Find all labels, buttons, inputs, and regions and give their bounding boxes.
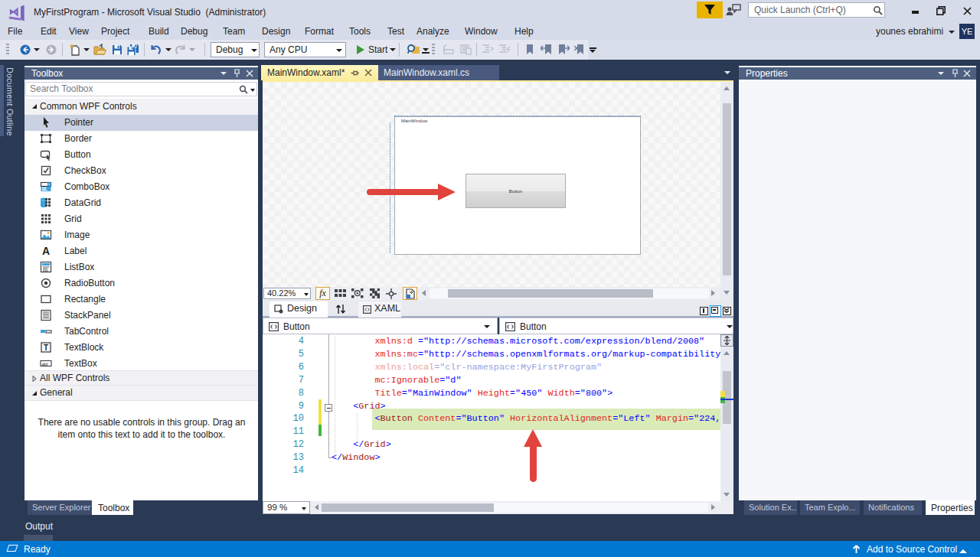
svg-text:A: A	[42, 245, 50, 257]
svg-text:abl: abl	[42, 362, 48, 366]
svg-text:2: 2	[506, 48, 509, 54]
svg-text:T: T	[44, 344, 48, 352]
